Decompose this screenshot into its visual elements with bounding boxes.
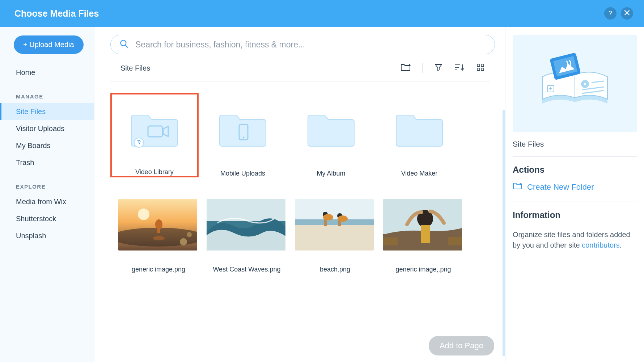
add-to-page-button[interactable]: Add to Page — [429, 336, 494, 355]
sidebar: + Upload Media Home MANAGE Site Files Vi… — [0, 27, 94, 362]
footer-actions: Add to Page — [429, 336, 494, 355]
help-button[interactable]: ? — [604, 7, 617, 20]
right-panel-title: Site Files — [513, 140, 637, 148]
new-folder-button[interactable] — [401, 63, 411, 73]
sidebar-section-explore: EXPLORE Media from Wix Shutterstock Unsp… — [0, 180, 94, 244]
list-header: Site Files — [110, 54, 495, 81]
search-input[interactable] — [135, 40, 486, 50]
svg-rect-20 — [157, 228, 160, 233]
sidebar-section-title-explore: EXPLORE — [0, 180, 94, 193]
file-label: West Coast Waves.png — [213, 266, 280, 273]
svg-point-19 — [155, 219, 162, 230]
upload-media-button[interactable]: + Upload Media — [14, 35, 84, 54]
actions-title: Actions — [513, 165, 637, 175]
folder-icon — [199, 93, 287, 163]
svg-point-15 — [243, 137, 245, 139]
svg-rect-9 — [481, 64, 484, 67]
folder-icon — [110, 94, 199, 162]
sidebar-item-my-boards[interactable]: My Boards — [0, 137, 94, 154]
contributors-link[interactable]: contributors — [582, 241, 620, 249]
search-icon — [119, 39, 129, 50]
close-button[interactable] — [621, 7, 633, 20]
sidebar-item-unsplash[interactable]: Unsplash — [0, 227, 94, 244]
svg-rect-28 — [295, 225, 374, 251]
filter-icon — [434, 63, 443, 73]
svg-rect-11 — [481, 68, 484, 71]
folder-grid: Video Library Mobile Uploads — [110, 81, 495, 273]
svg-point-21 — [153, 236, 165, 240]
scrollbar[interactable] — [503, 110, 505, 356]
svg-rect-38 — [421, 225, 430, 243]
file-item[interactable]: beach.png — [287, 199, 375, 273]
view-grid-button[interactable] — [476, 63, 485, 73]
file-thumbnail — [383, 199, 462, 251]
list-title: Site Files — [120, 64, 150, 72]
sidebar-item-site-files[interactable]: Site Files — [0, 103, 94, 120]
folder-item-mobile-uploads[interactable]: Mobile Uploads — [199, 93, 287, 177]
file-label: generic image.png — [132, 266, 185, 273]
grid-icon — [476, 63, 485, 73]
create-new-folder-button[interactable]: Create New Folder — [513, 182, 637, 192]
folder-icon — [287, 93, 375, 163]
header-bar: Choose Media Files ? — [0, 0, 644, 27]
new-folder-icon — [401, 63, 411, 73]
main-panel: Site Files — [94, 27, 505, 362]
panel-illustration — [513, 35, 637, 132]
file-item[interactable]: West Coast Waves.png — [199, 199, 287, 273]
sidebar-section-manage: MANAGE Site Files Visitor Uploads My Boa… — [0, 90, 94, 171]
file-thumbnail — [207, 199, 285, 251]
svg-point-31 — [323, 214, 333, 220]
search-bar[interactable] — [110, 35, 495, 54]
svg-point-22 — [180, 238, 187, 245]
folder-item-video-library[interactable]: Video Library — [110, 93, 199, 177]
svg-point-34 — [338, 215, 348, 222]
svg-point-23 — [187, 232, 192, 237]
svg-point-18 — [138, 209, 149, 220]
header-title: Choose Media Files — [14, 8, 99, 19]
folder-label: My Album — [317, 170, 345, 177]
svg-rect-8 — [477, 64, 480, 67]
help-icon: ? — [609, 10, 612, 17]
file-label: generic image,.png — [395, 266, 451, 273]
information-title: Information — [513, 210, 637, 220]
filter-button[interactable] — [434, 63, 443, 73]
file-thumbnail — [295, 199, 374, 251]
folder-item-video-maker[interactable]: Video Maker — [375, 93, 463, 177]
sidebar-item-shutterstock[interactable]: Shutterstock — [0, 210, 94, 227]
file-item[interactable]: generic image,.png — [375, 199, 463, 273]
right-panel: Site Files Actions Create New Folder Inf… — [505, 27, 644, 362]
folder-item-my-album[interactable]: My Album — [287, 93, 375, 177]
svg-rect-24 — [207, 199, 285, 221]
svg-rect-40 — [448, 237, 462, 245]
sidebar-section-title-manage: MANAGE — [0, 90, 94, 103]
new-folder-icon — [513, 182, 522, 192]
folder-label: Mobile Uploads — [220, 170, 265, 177]
folder-icon — [375, 93, 463, 163]
information-text: Organize site files and folders added by… — [513, 230, 637, 251]
header-buttons: ? — [604, 7, 633, 20]
folder-label: Video Library — [135, 168, 174, 176]
folder-label: Video Maker — [401, 170, 438, 177]
file-thumbnail — [118, 199, 197, 251]
close-icon — [624, 10, 630, 17]
file-label: beach.png — [320, 266, 350, 273]
file-item[interactable]: generic image.png — [110, 199, 199, 273]
info-text-part: . — [620, 241, 622, 249]
svg-rect-10 — [477, 68, 480, 71]
panel-divider — [513, 202, 637, 202]
sidebar-item-media-from-wix[interactable]: Media from Wix — [0, 193, 94, 210]
create-folder-label: Create New Folder — [527, 182, 594, 192]
svg-line-1 — [126, 45, 128, 47]
list-tools — [401, 63, 485, 73]
toolbar-divider — [422, 63, 423, 73]
sidebar-item-home[interactable]: Home — [0, 64, 94, 81]
sort-icon — [454, 63, 465, 73]
sidebar-item-trash[interactable]: Trash — [0, 154, 94, 171]
sidebar-item-visitor-uploads[interactable]: Visitor Uploads — [0, 120, 94, 137]
svg-rect-39 — [383, 237, 398, 245]
sort-button[interactable] — [454, 63, 465, 73]
panel-divider — [513, 156, 637, 157]
